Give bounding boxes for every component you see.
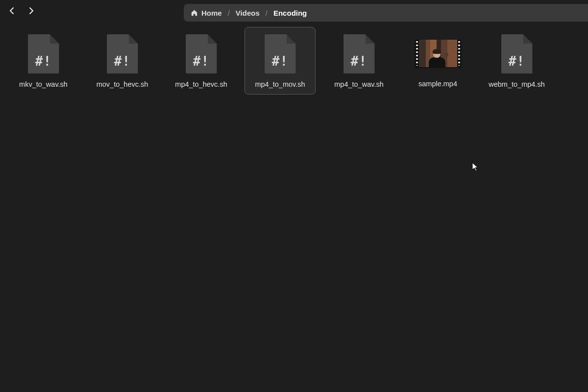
file-label: mp4_to_mov.sh — [255, 80, 305, 88]
breadcrumb-separator: / — [224, 9, 234, 17]
breadcrumb-current-label: Encoding — [273, 9, 307, 17]
file-label: mov_to_hevc.sh — [97, 80, 148, 88]
file-item[interactable]: #! mkv_to_wav.sh — [8, 27, 79, 95]
file-item[interactable]: #! mp4_to_hevc.sh — [166, 27, 237, 95]
file-label: mp4_to_hevc.sh — [175, 80, 227, 88]
shell-script-icon: #! — [186, 34, 217, 74]
back-button[interactable] — [4, 3, 21, 19]
breadcrumb-videos[interactable]: Videos — [236, 9, 260, 17]
file-item[interactable]: #! mp4_to_mov.sh — [245, 27, 316, 95]
breadcrumb-home-label: Home — [201, 9, 222, 17]
shell-script-icon: #! — [107, 34, 138, 74]
file-label: sample.mp4 — [418, 80, 457, 88]
mouse-cursor-icon — [472, 162, 480, 172]
nav-buttons — [0, 3, 39, 19]
breadcrumb-separator: / — [262, 9, 271, 17]
breadcrumb: Home / Videos / Encoding — [184, 4, 588, 22]
arrow-right-icon — [27, 7, 35, 15]
file-label: mp4_to_wav.sh — [334, 80, 383, 88]
toolbar: Home / Videos / Encoding — [0, 2, 588, 20]
shell-script-icon: #! — [501, 34, 533, 74]
shell-script-icon: #! — [265, 34, 296, 74]
home-icon — [191, 9, 198, 17]
breadcrumb-videos-label: Videos — [236, 9, 260, 17]
file-item[interactable]: #! mp4_to_wav.sh — [323, 27, 394, 95]
file-grid: #! mkv_to_wav.sh #! mov_to_hevc.sh #! mp… — [8, 27, 580, 95]
file-item[interactable]: sample.mp4 — [402, 27, 473, 95]
forward-button[interactable] — [23, 3, 39, 19]
file-label: webm_to_mp4.sh — [489, 80, 544, 88]
breadcrumb-current[interactable]: Encoding — [273, 9, 307, 17]
shell-script-icon: #! — [28, 34, 59, 74]
file-label: mkv_to_wav.sh — [19, 80, 68, 88]
video-thumbnail-icon — [415, 40, 461, 67]
arrow-left-icon — [8, 7, 16, 15]
file-item[interactable]: #! mov_to_hevc.sh — [87, 27, 158, 95]
shell-script-icon: #! — [343, 34, 375, 74]
file-item[interactable]: #! webm_to_mp4.sh — [481, 27, 552, 95]
breadcrumb-home[interactable]: Home — [191, 9, 222, 17]
